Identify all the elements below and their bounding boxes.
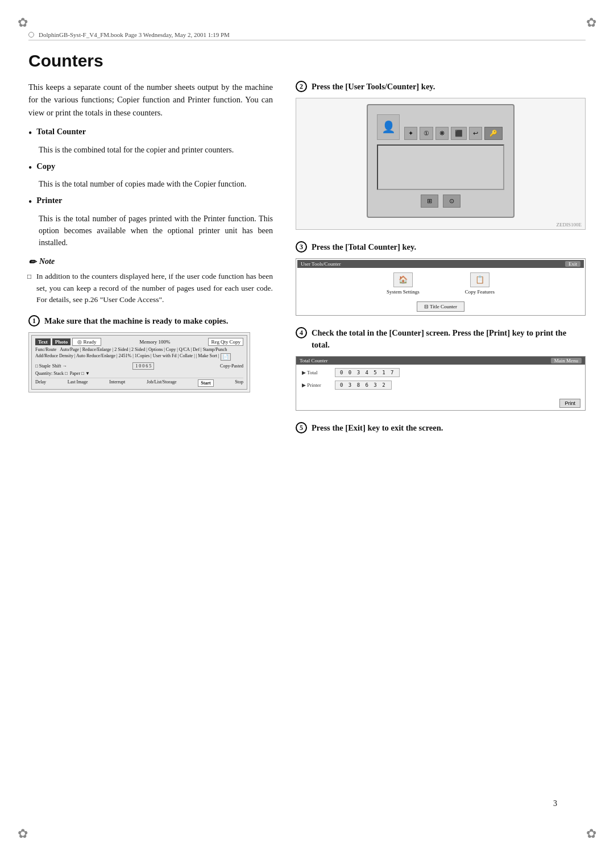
machine-staple: □ Staple (35, 363, 51, 369)
machine-row-2: Func/Route Auto/Page | Reduce/Enlarge | … (35, 347, 243, 352)
machine-print-opt: Paper □ ▼ (70, 371, 90, 376)
total-counter-screen: Total Counter Main Menu ▶ Total 0 0 3 4 … (296, 356, 586, 411)
ut-total-icon: ⊟ (424, 304, 429, 309)
step-4-number: 4 (296, 327, 307, 338)
bullet-total-counter: • Total Counter This is the combined tot… (28, 127, 273, 155)
tc-title: Total Counter (300, 358, 328, 363)
machine-tab-text: Text (35, 338, 51, 345)
machine-start-btn[interactable]: Start (198, 379, 213, 387)
machine-ready-label: ◎ Ready (72, 338, 101, 346)
ut-system-icon: 🏠 (393, 272, 413, 287)
ut-exit-btn[interactable]: Exit (565, 261, 580, 267)
panel-icon-1: ✦ (404, 127, 417, 140)
panel-top-icons: ✦ ① ❋ ⬛ ↩ 🔑 (404, 127, 503, 140)
note-text: In addition to the counters displayed he… (28, 271, 273, 307)
corner-decoration-tr: ✿ (580, 11, 603, 34)
ut-item-copy: 📋 Copy Features (465, 272, 495, 295)
bullet-title-printer: Printer (36, 196, 62, 205)
panel-person-icon: 👤 (377, 114, 400, 140)
machine-nav-interrupt: Interrupt (109, 379, 125, 387)
ut-total-counter-btn[interactable]: ⊟ Title Counter (417, 301, 464, 312)
ut-total-label: Title Counter (430, 304, 457, 309)
right-column: 2 Press the [User Tools/Counter] key. (296, 81, 586, 446)
machine-panel: 👤 ✦ ① ❋ ⬛ ↩ 🔑 (367, 104, 515, 218)
tc-header: Total Counter Main Menu (296, 357, 585, 365)
machine-nav-delay: Delay (35, 379, 46, 387)
header-bar: DolphinGB-Syst-F_V4_FM.book Page 3 Wedne… (28, 31, 586, 40)
page-number: 3 (553, 799, 557, 808)
left-column: This keeps a separate count of the numbe… (28, 81, 273, 446)
ut-screen-header: User Tools/Counter Exit (297, 260, 584, 268)
panel-container: 👤 ✦ ① ❋ ⬛ ↩ 🔑 (302, 104, 579, 218)
step-5-section: 5 Press the [Exit] key to exit the scree… (296, 422, 586, 435)
step-1-section: 1 Make sure that the machine is ready to… (28, 315, 273, 392)
step-4-section: 4 Check the total in the [Counter] scree… (296, 327, 586, 411)
step-1-number: 1 (28, 315, 40, 326)
intro-text: This keeps a separate count of the numbe… (28, 81, 273, 119)
bullet-desc-copy: This is the total number of copies made … (39, 178, 273, 190)
machine-copy-number: Copy-Pasted (220, 363, 243, 369)
bullet-item-total: • Total Counter (28, 127, 273, 140)
machine-tab-photo: Photo (52, 338, 71, 345)
machine-inner: Text Photo ◎ Ready Memory 100% Reg Qty C… (31, 335, 247, 390)
machine-memory-label: Memory 100% (139, 339, 170, 345)
main-content: Counters This keeps a separate count of … (28, 51, 586, 840)
step-5-number: 5 (296, 422, 307, 433)
machine-settings: Auto/Page | Reduce/Enlarge | 2 Sided | 2… (60, 347, 227, 352)
step-2-image: 👤 ✦ ① ❋ ⬛ ↩ 🔑 (296, 98, 586, 230)
ut-copy-label: Copy Features (465, 289, 495, 295)
panel-display (377, 144, 504, 190)
bullet-copy: • Copy This is the total number of copie… (28, 162, 273, 190)
machine-options: □ Staple Shift → (35, 363, 67, 369)
machine-settings2: Add/Reduce Density | Auto Reduce/Enlarge… (35, 353, 219, 361)
step-3-number: 3 (296, 241, 307, 253)
bullet-dot-copy: • (28, 162, 32, 175)
bullet-item-printer: • Printer (28, 196, 273, 209)
columns-layout: This keeps a separate count of the numbe… (28, 81, 586, 446)
page-title: Counters (28, 51, 586, 71)
machine-reg: Reg (211, 339, 219, 345)
ut-title: User Tools/Counter (301, 261, 341, 267)
machine-clear-btn: Stop (235, 379, 243, 387)
step-1-screenshot: Text Photo ◎ Ready Memory 100% Reg Qty C… (28, 332, 250, 392)
tc-body: ▶ Total 0 0 3 4 5 1 7 ▶ Printer 0 3 8 6 … (296, 365, 585, 396)
bullet-title-total: Total Counter (36, 127, 86, 137)
user-tools-screen: User Tools/Counter Exit 🏠 System Setting… (296, 258, 586, 316)
step-2-number: 2 (296, 81, 307, 92)
machine-row-5: Quantity: Stack □ Paper □ ▼ (35, 371, 243, 376)
note-icon: ✏ (28, 257, 36, 267)
panel-counter-key[interactable]: 🔑 (484, 127, 503, 140)
image-id: ZEDIS100E (557, 222, 582, 228)
step-5-text: Press the [Exit] key to exit the screen. (312, 422, 443, 435)
step-2-text: Press the [User Tools/Counter] key. (312, 81, 435, 93)
machine-row-1: Text Photo ◎ Ready Memory 100% Reg Qty C… (35, 338, 243, 346)
bullet-desc-printer: This is the total number of pages printe… (39, 213, 273, 249)
bullet-item-copy: • Copy (28, 162, 273, 175)
machine-bottom: Delay Last Image Interrupt Job/List/Stor… (35, 378, 243, 387)
step-1-text: Make sure that the machine is ready to m… (44, 315, 228, 328)
ut-bottom: ⊟ Title Counter (297, 299, 584, 314)
tc-total-value: 0 0 3 4 5 1 7 (335, 368, 400, 377)
machine-quantity: 1 0 0 6 5 (132, 362, 154, 370)
tc-total-label: ▶ Total (302, 370, 330, 375)
machine-row-4: □ Staple Shift → 1 0 0 6 5 Copy-Pasted (35, 362, 243, 370)
panel-top: 👤 ✦ ① ❋ ⬛ ↩ 🔑 (377, 114, 504, 140)
machine-qty: Qty (221, 339, 229, 345)
bullet-dot-total: • (28, 127, 32, 140)
step-2-section: 2 Press the [User Tools/Counter] key. (296, 81, 586, 230)
machine-func-labels: Func/Route (35, 347, 56, 352)
note-title: ✏ Note (28, 257, 273, 267)
panel-icon-2: ① (420, 127, 433, 140)
tc-print-btn[interactable]: Print (559, 399, 580, 408)
tc-mainmenu-btn[interactable]: Main Menu (551, 358, 582, 363)
machine-shift: Shift → (52, 363, 67, 369)
panel-bottom-row: ⊞ ⊙ (377, 195, 504, 208)
panel-icon-4: ⬛ (451, 127, 467, 140)
panel-icon-3: ❋ (435, 127, 449, 140)
bullet-desc-total: This is the combined total for the copie… (39, 144, 273, 156)
step-5-header: 5 Press the [Exit] key to exit the scree… (296, 422, 586, 435)
tc-total-row: ▶ Total 0 0 3 4 5 1 7 (302, 368, 579, 377)
machine-copy: Copy (229, 339, 240, 345)
machine-nav-joblist: Job/List/Storage (147, 379, 176, 387)
machine-counter: Reg Qty Copy (208, 338, 243, 346)
